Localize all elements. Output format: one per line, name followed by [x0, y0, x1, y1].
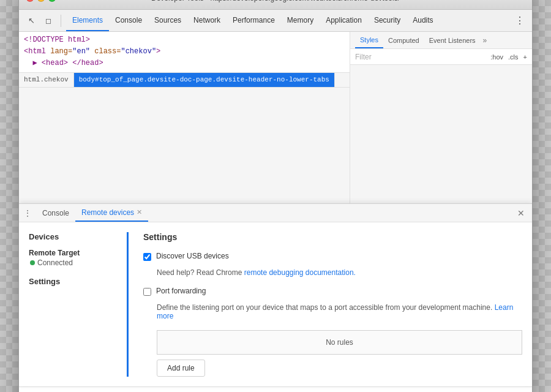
tab-memory[interactable]: Memory: [281, 10, 320, 31]
minimize-button[interactable]: [37, 0, 45, 2]
devices-sidebar: Devices Remote Target Connected Settings: [29, 232, 127, 377]
settings-heading: Settings: [143, 232, 522, 242]
dom-view: <!DOCTYPE html> <html lang="en" class="c…: [19, 32, 350, 73]
tab-security[interactable]: Security: [368, 10, 407, 31]
remote-target-label: Remote Target: [29, 249, 127, 257]
drawer-tab-label: Remote devices: [81, 208, 134, 217]
discover-usb-label: Discover USB devices: [156, 252, 229, 260]
event-listeners-tab[interactable]: Event Listeners: [424, 32, 481, 48]
breadcrumb-body[interactable]: body#top_of_page.devsite-doc-page.devsit…: [74, 73, 335, 87]
status-dot-icon: [30, 260, 35, 265]
remote-debug-doc-link[interactable]: remote debugging documentation.: [244, 268, 356, 277]
help-text-pre: Need help? Read Chrome: [157, 268, 244, 277]
status-bar: 1 device detected. Read remote debugging…: [19, 386, 532, 392]
add-rule-button[interactable]: Add rule: [157, 360, 205, 377]
styles-panel: Styles Computed Event Listeners » Filter…: [350, 32, 532, 203]
drawer-menu-icon[interactable]: ⋮: [21, 207, 34, 219]
drawer-tab-console[interactable]: Console: [36, 204, 75, 222]
drawer-tab-close-icon[interactable]: ✕: [137, 208, 142, 216]
tab-elements[interactable]: Elements: [66, 10, 109, 31]
zoom-button[interactable]: [48, 0, 56, 2]
styles-filter-bar: Filter :hov .cls +: [350, 49, 532, 65]
tab-console[interactable]: Console: [109, 10, 148, 31]
panel-tabs-more-icon[interactable]: »: [483, 36, 487, 45]
dom-panel: <!DOCTYPE html> <html lang="en" class="c…: [19, 32, 350, 203]
toolbar-divider: [61, 15, 61, 27]
more-tools-icon[interactable]: ⋮: [512, 12, 527, 29]
no-rules-text: No rules: [326, 338, 353, 347]
port-desc-text: Define the listening port on your device…: [157, 303, 495, 312]
drawer-close-button[interactable]: ✕: [515, 207, 527, 219]
tab-sources[interactable]: Sources: [148, 10, 187, 31]
discover-usb-row: Discover USB devices: [143, 252, 522, 261]
cursor-tool-icon[interactable]: ↖: [24, 13, 39, 28]
tab-application[interactable]: Application: [320, 10, 368, 31]
devtools-window: Developer Tools - https://developers.goo…: [18, 0, 533, 392]
styles-tab[interactable]: Styles: [355, 32, 383, 48]
remote-devices-panel: Devices Remote Target Connected Settings…: [19, 222, 532, 386]
inspect-icon[interactable]: ◻: [41, 13, 56, 28]
hov-button[interactable]: :hov: [490, 53, 503, 61]
window-title: Developer Tools - https://developers.goo…: [151, 0, 400, 2]
doctype-tag: <!DOCTYPE html>: [24, 36, 90, 44]
cls-button[interactable]: .cls: [508, 53, 519, 61]
status-text: Connected: [37, 258, 73, 267]
toolbar-tabs: Elements Console Sources Network Perform…: [66, 10, 440, 31]
port-forwarding-checkbox[interactable]: [143, 288, 151, 296]
panel-tabs-bar: Styles Computed Event Listeners »: [350, 32, 532, 49]
filter-actions: :hov .cls +: [490, 53, 527, 61]
drawer: ⋮ Console Remote devices ✕ ✕ Devices Rem…: [19, 203, 532, 386]
traffic-lights: [26, 0, 56, 2]
discover-usb-help: Need help? Read Chrome remote debugging …: [157, 268, 522, 277]
filter-placeholder: Filter: [355, 53, 372, 61]
port-forwarding-label: Port forwarding: [156, 287, 206, 295]
dom-line-html: <html lang="en" class="chekov">: [24, 46, 345, 58]
connection-status: Connected: [29, 258, 127, 267]
no-rules-box: No rules: [157, 330, 522, 355]
settings-panel: Settings Discover USB devices Need help?…: [127, 232, 522, 377]
main-toolbar: ↖ ◻ Elements Console Sources Network Per…: [19, 10, 532, 32]
discover-usb-checkbox[interactable]: [143, 253, 151, 261]
devices-heading: Devices: [29, 232, 127, 241]
dom-line-head: ▶ <head> </head>: [24, 58, 345, 69]
tab-network[interactable]: Network: [187, 10, 227, 31]
main-panels: <!DOCTYPE html> <html lang="en" class="c…: [19, 32, 532, 203]
tab-performance[interactable]: Performance: [227, 10, 281, 31]
title-bar: Developer Tools - https://developers.goo…: [19, 0, 532, 10]
remote-target-section: Remote Target Connected: [29, 249, 127, 267]
settings-nav-label[interactable]: Settings: [29, 277, 127, 286]
tab-audits[interactable]: Audits: [407, 10, 439, 31]
close-button[interactable]: [26, 0, 34, 2]
breadcrumb-bar: html.chekov body#top_of_page.devsite-doc…: [19, 73, 350, 88]
dom-line-doctype: <!DOCTYPE html>: [24, 34, 345, 46]
drawer-tabs-bar: ⋮ Console Remote devices ✕ ✕: [19, 204, 532, 222]
drawer-tab-remote-devices[interactable]: Remote devices ✕: [75, 204, 148, 222]
port-forwarding-row: Port forwarding: [143, 287, 522, 296]
breadcrumb-html[interactable]: html.chekov: [19, 73, 74, 87]
computed-tab[interactable]: Computed: [383, 32, 424, 48]
port-forwarding-help: Define the listening port on your device…: [157, 303, 522, 320]
add-style-button[interactable]: +: [523, 53, 527, 61]
html-open-tag: <html: [24, 47, 50, 56]
